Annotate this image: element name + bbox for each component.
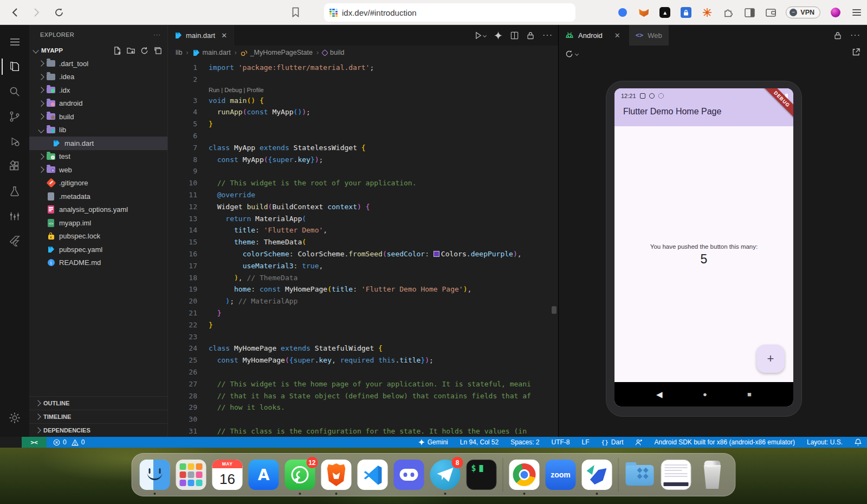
split-editor-icon[interactable]	[510, 31, 519, 40]
tree-item-.idea[interactable]: .idea	[29, 70, 167, 84]
feedback-person-icon[interactable]	[635, 439, 642, 446]
dock-launchpad[interactable]	[176, 460, 206, 490]
profile-dot-icon[interactable]	[617, 7, 629, 18]
tree-item-pubspec.yaml[interactable]: pubspec.yaml	[29, 243, 167, 256]
dock-app-store[interactable]: A	[249, 460, 279, 490]
tree-item-analysis-options.yaml[interactable]: analysis_options.yaml	[29, 203, 167, 217]
dock-brave[interactable]	[321, 460, 352, 490]
dock-vscode[interactable]	[358, 460, 388, 490]
section-outline[interactable]: OUTLINE	[29, 396, 167, 410]
extensions-icon[interactable]	[2, 154, 28, 179]
tab-android[interactable]: Android ✕	[559, 25, 627, 46]
close-tab-icon[interactable]: ✕	[221, 31, 227, 40]
profiler-icon[interactable]	[2, 204, 28, 229]
problems-indicator[interactable]: 0 0	[53, 438, 85, 446]
tab-main-dart[interactable]: main.dart ✕	[168, 25, 234, 46]
tree-item-lib[interactable]: lib	[29, 124, 167, 137]
reload-preview-icon[interactable]	[565, 50, 578, 58]
gemini-sparkle-icon[interactable]	[494, 31, 502, 40]
browser-menu-icon[interactable]	[851, 7, 863, 18]
device-indicator[interactable]: Android SDK built for x86 (android-x86 e…	[654, 438, 794, 446]
dock-bird-app[interactable]	[582, 460, 612, 490]
emulator-screen[interactable]: 12:21 ♥ Flutter Demo Home Page DEBUG	[614, 88, 793, 406]
tree-item-.gitignore[interactable]: .gitignore	[29, 177, 167, 190]
url-bar[interactable]: idx.dev/#introduction	[324, 3, 575, 22]
preview-more-icon[interactable]: ···	[850, 30, 860, 40]
tree-item-README.md[interactable]: iREADME.md	[29, 256, 167, 270]
keyboard-layout[interactable]: Layout: U.S.	[807, 438, 843, 446]
open-external-icon[interactable]	[852, 48, 860, 56]
notifications-bell-icon[interactable]	[855, 438, 862, 446]
explorer-more-icon[interactable]: ···	[153, 31, 161, 38]
privacy-lock-icon[interactable]	[680, 7, 692, 18]
run-debug-icon[interactable]	[2, 129, 28, 154]
language-mode[interactable]: {} Dart	[601, 438, 624, 446]
metamask-icon[interactable]	[638, 7, 650, 18]
editor-more-icon[interactable]: ···	[542, 30, 553, 40]
breadcrumb-item-main-dart[interactable]: main.dart	[192, 49, 231, 56]
settings-gear-icon[interactable]	[2, 405, 28, 430]
collapse-folders-icon[interactable]	[154, 47, 162, 55]
eol[interactable]: LF	[582, 438, 590, 446]
breadcrumb-item-lib[interactable]: lib	[176, 49, 183, 56]
remote-indicator[interactable]: ><	[22, 437, 47, 448]
dock-trash[interactable]	[697, 460, 728, 490]
black-app-icon[interactable]: ▲	[659, 7, 671, 18]
wallet-icon[interactable]	[765, 7, 777, 18]
refresh-explorer-icon[interactable]	[140, 47, 148, 55]
gemini-status[interactable]: Gemini	[418, 438, 448, 446]
codelens-run-debug-profile[interactable]: Run | Debug | Profile	[209, 86, 558, 95]
cursor-position[interactable]: Ln 94, Col 52	[460, 438, 499, 446]
close-android-tab-icon[interactable]: ✕	[614, 31, 620, 40]
dock-calendar[interactable]: MAY 16	[212, 460, 243, 490]
increment-fab[interactable]: +	[756, 345, 785, 373]
bookmark-icon[interactable]	[292, 7, 300, 17]
starburst-icon[interactable]	[701, 7, 713, 18]
dock-finder[interactable]	[140, 460, 170, 490]
tree-item-.metadata[interactable]: .metadata	[29, 190, 167, 203]
tree-item-myapp.iml[interactable]: <>myapp.iml	[29, 216, 167, 230]
source-control-icon[interactable]	[2, 104, 28, 129]
explorer-icon[interactable]	[2, 54, 28, 79]
menu-hamburger-icon[interactable]	[2, 29, 28, 54]
dock-whatsapp[interactable]: 12	[285, 460, 315, 490]
code-editor[interactable]: 1import 'package:flutter/material.dart';…	[168, 60, 558, 437]
sidebar-toggle-icon[interactable]	[743, 7, 755, 18]
breadcrumb-item--myhomepagestate[interactable]: _MyHomePageState	[241, 49, 313, 56]
tree-item-android[interactable]: android	[29, 97, 167, 111]
run-file-icon[interactable]	[474, 31, 486, 40]
indentation[interactable]: Spaces: 2	[510, 438, 539, 446]
dock-chrome[interactable]	[509, 460, 540, 490]
tree-item-.idx[interactable]: .idx	[29, 83, 167, 97]
breadcrumb[interactable]: lib›main.dart›_MyHomePageState›build	[168, 46, 558, 60]
project-root-row[interactable]: MYAPP	[29, 44, 167, 57]
dock-telegram[interactable]: 8	[430, 460, 461, 490]
search-icon[interactable]	[2, 79, 28, 104]
vpn-button[interactable]: −VPN	[786, 7, 820, 18]
reload-icon[interactable]	[51, 4, 67, 21]
section-dependencies[interactable]: DEPENDENCIES	[29, 423, 167, 437]
tab-web[interactable]: <> Web	[629, 25, 669, 46]
flutter-icon[interactable]	[2, 229, 28, 254]
forward-icon[interactable]	[28, 4, 44, 21]
dock-minimized-window[interactable]	[661, 460, 691, 490]
encoding[interactable]: UTF-8	[552, 438, 570, 446]
nav-recents-button[interactable]: ■	[747, 390, 752, 398]
section-timeline[interactable]: TIMELINE	[29, 410, 167, 423]
lock-editor-icon[interactable]	[527, 31, 534, 40]
dock-terminal[interactable]: $	[467, 460, 497, 490]
tree-item-build[interactable]: build	[29, 110, 167, 124]
back-icon[interactable]	[7, 4, 23, 21]
tree-item-web[interactable]: web	[29, 163, 167, 177]
tree-item-test[interactable]: ✓test	[29, 150, 167, 164]
breadcrumb-item-build[interactable]: build	[322, 49, 344, 56]
editor-scrollbar[interactable]	[552, 306, 557, 314]
color-swatch-deep-purple[interactable]	[434, 251, 439, 257]
testing-beaker-icon[interactable]	[2, 179, 28, 204]
dock-dropbox-folder[interactable]	[625, 460, 655, 490]
nav-home-button[interactable]: ●	[703, 390, 707, 398]
extensions-puzzle-icon[interactable]	[722, 7, 734, 18]
dock-discord[interactable]	[394, 460, 424, 490]
tree-item-pubspec.lock[interactable]: pubspec.lock	[29, 230, 167, 243]
dock-zoom[interactable]: zoom	[546, 460, 576, 490]
